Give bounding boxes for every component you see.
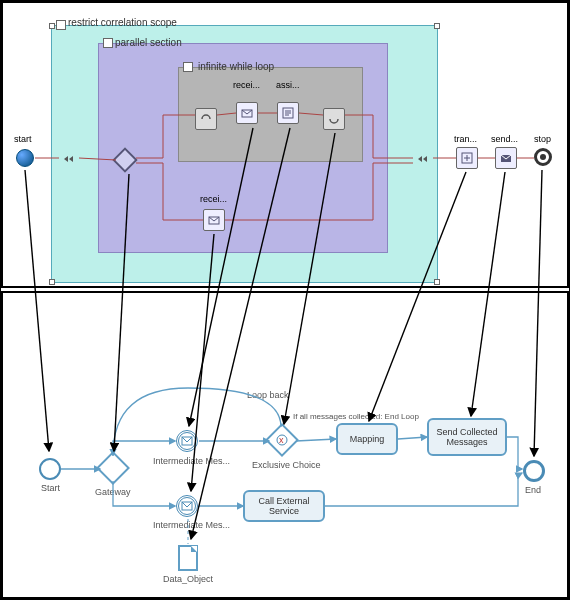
send-icon [499,151,513,165]
bpel-start-node[interactable] [16,149,34,167]
resize-handle[interactable] [434,23,440,29]
bpmn-task-send-collected[interactable]: Send Collected Messages [427,418,507,456]
loop-icon [199,112,213,126]
transform-label: tran... [454,134,477,144]
svg-line-19 [296,439,336,441]
bpmn-task-call-external[interactable]: Call External Service [243,490,325,522]
resize-handle[interactable] [49,23,55,29]
bpel-stop-node[interactable] [534,148,552,166]
transform-icon [460,151,474,165]
bpel-flow-exit[interactable] [323,108,345,130]
scope-parallel-label: parallel section [115,37,182,48]
entry-connector [59,148,81,170]
bpel-assign[interactable] [277,102,299,124]
bpmn-gateway[interactable] [96,451,130,485]
bpmn-data-object[interactable] [178,545,198,571]
bpmn-excl-label: Exclusive Choice [252,460,321,470]
task-label: Mapping [350,434,385,444]
bpmn-end-label: End [525,485,541,495]
connector-icon [417,152,431,166]
stop-label: stop [534,134,551,144]
bpel-receive-2[interactable] [203,209,225,231]
assign-label: assi... [276,80,300,90]
bpmn-gateway-label: Gateway [95,487,131,497]
start-label: start [14,134,32,144]
task-label: Send Collected Messages [435,427,499,447]
bpmn-intmsg2-label: Intermediate Mes... [153,520,230,530]
exit-connector [413,148,435,170]
bpmn-panel: Start Gateway Intermediate Mes... Interm… [1,291,569,599]
bpel-send[interactable] [495,147,517,169]
task-label: Call External Service [251,496,317,516]
receive2-label: recei... [200,194,227,204]
loop-back-label: Loop back [247,390,289,400]
loop-end-icon [327,112,341,126]
bpmn-end-event[interactable] [523,460,545,482]
assign-icon [281,106,295,120]
condition-label: If all messages collected: End Loop [293,412,419,421]
resize-handle[interactable] [434,279,440,285]
scope-correlation-label: restrict correlation scope [68,17,177,28]
scope-while-label: infinite while loop [198,61,274,72]
bpel-panel: restrict correlation scope parallel sect… [1,1,569,288]
receive1-label: recei... [233,80,260,90]
x-circle-icon: x [275,433,289,447]
resize-handle[interactable] [49,279,55,285]
bpmn-start-event[interactable] [39,458,61,480]
bpel-flow-entry[interactable] [195,108,217,130]
svg-text:x: x [279,435,284,445]
scope-icon [183,62,193,72]
connector-icon [63,152,77,166]
envelope-icon [180,499,194,513]
bpmn-exclusive-choice[interactable]: x [265,423,299,457]
send-label: send... [491,134,518,144]
envelope-icon [180,434,194,448]
bpmn-start-label: Start [41,483,60,493]
bpel-transform[interactable] [456,147,478,169]
bpel-receive-1[interactable] [236,102,258,124]
bpmn-task-mapping[interactable]: Mapping [336,423,398,455]
scope-icon [56,20,66,30]
bpmn-intermediate-msg-1[interactable] [176,430,198,452]
bpmn-intmsg1-label: Intermediate Mes... [153,456,230,466]
diagram-container: restrict correlation scope parallel sect… [0,0,570,600]
bpmn-intermediate-msg-2[interactable] [176,495,198,517]
receive-icon [240,106,254,120]
receive-icon [207,213,221,227]
scope-icon [103,38,113,48]
bpmn-data-label: Data_Object [163,574,213,584]
svg-line-20 [398,437,427,439]
